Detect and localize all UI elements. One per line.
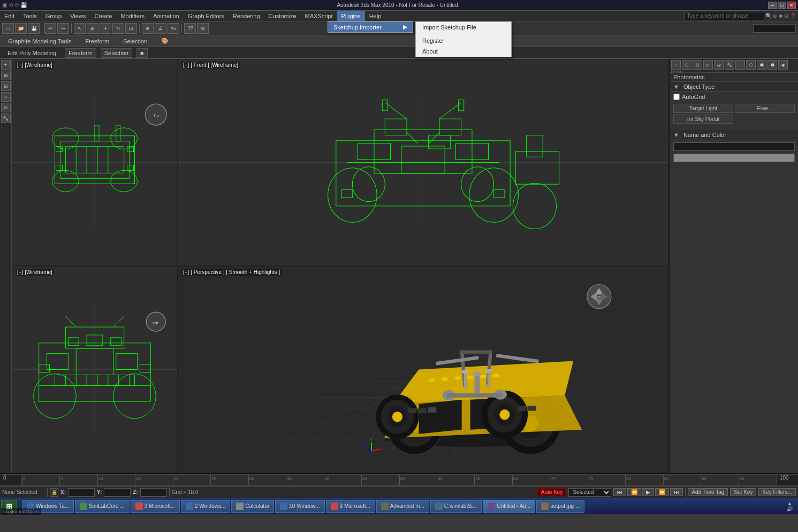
menu-tools[interactable]: Tools [19, 11, 41, 21]
add-time-tag-btn[interactable]: Add Time Tag [688, 488, 728, 496]
prev-key-btn[interactable]: ⏮ [613, 488, 626, 496]
save-button[interactable]: 💾 [28, 23, 40, 34]
key-mode-select[interactable]: Selected [568, 488, 611, 497]
paint-section[interactable]: ■ [136, 48, 148, 58]
play-btn[interactable]: ▶ [642, 488, 654, 496]
utilities-panel-btn[interactable]: 🔧 [725, 60, 734, 70]
y-input[interactable] [104, 488, 131, 497]
taskbar-item-csimlab[interactable]: C:\simlab\Si... [430, 500, 482, 513]
taskbar-item-untitled[interactable]: Untitled - Au... [483, 500, 535, 513]
freeform-tab[interactable]: Freeform [79, 36, 115, 46]
subobj-1-btn[interactable]: ⬛ [735, 60, 745, 70]
render-setup[interactable]: ⚙ [197, 23, 209, 34]
key-filters-btn[interactable]: Key Filters... [758, 488, 796, 496]
free-light-btn[interactable]: Free... [735, 104, 795, 113]
motion-tool[interactable]: ▷ [1, 92, 11, 102]
motion-panel-btn[interactable]: ▷ [703, 60, 713, 70]
create-tool[interactable]: + [1, 60, 11, 70]
menu-customize[interactable]: Customize [264, 11, 301, 21]
object-type-toggle[interactable]: ▼ [673, 83, 679, 90]
viewport-bottom-left[interactable]: [+] [Wireframe] [12, 266, 178, 473]
color-swatch[interactable] [673, 154, 795, 162]
rotate-button[interactable]: ↻ [112, 23, 124, 34]
mr-sky-portal-btn[interactable]: mr Sky Portal [673, 115, 733, 124]
taskbar-item-outputjpg[interactable]: output.jpg ... [536, 500, 584, 513]
timeline-track[interactable]: 0510152025303540455055606570758085909510… [21, 475, 777, 485]
move-button[interactable]: ✛ [100, 23, 111, 34]
subobj-5-btn[interactable]: ◉ [778, 60, 788, 70]
menu-modifiers[interactable]: Modifiers [116, 11, 149, 21]
auto-key-btn[interactable]: Auto Key [537, 488, 567, 496]
next-key-btn[interactable]: ⏭ [670, 488, 683, 496]
window-controls[interactable]: ─ □ ✕ [768, 2, 796, 9]
graphite-tab[interactable]: Graphite Modeling Tools [2, 36, 77, 46]
undo-button[interactable]: ↩ [44, 23, 56, 34]
open-button[interactable]: 📂 [15, 23, 27, 34]
menu-plugins[interactable]: Plugins [337, 11, 365, 21]
subobj-4-btn[interactable]: ⬣ [767, 60, 777, 70]
modify-tool[interactable]: ⊞ [1, 71, 11, 80]
named-selection-input[interactable] [753, 24, 796, 33]
menu-edit[interactable]: Edit [0, 11, 19, 21]
utilities-tool[interactable]: 🔧 [1, 113, 11, 123]
lock-icon[interactable]: 🔒 [50, 488, 58, 497]
select-region-button[interactable]: ⊞ [87, 23, 98, 34]
set-key-btn[interactable]: Set Key [730, 488, 756, 496]
import-sketchup-item[interactable]: Import Sketchup File [416, 22, 511, 33]
taskbar-item-simlabcore[interactable]: SimLabCore ... [75, 500, 130, 513]
menu-rendering[interactable]: Rendering [229, 11, 264, 21]
maximize-button[interactable]: □ [778, 2, 786, 9]
x-input[interactable] [68, 488, 95, 497]
viewport-top-right[interactable]: [+] [ Front ] [Wireframe] [178, 59, 668, 266]
taskbar-item-calculator[interactable]: Calculator [231, 500, 274, 513]
viewport-perspective[interactable]: [+] [ Perspective ] [ Smooth + Highlight… [178, 266, 668, 473]
hierarchy-panel-btn[interactable]: ⊟ [693, 60, 702, 70]
about-item[interactable]: About [416, 46, 511, 57]
redo-button[interactable]: ↪ [57, 23, 69, 34]
modify-panel-btn[interactable]: ⊞ [682, 60, 691, 70]
create-panel-btn[interactable]: + [671, 60, 681, 70]
target-light-btn[interactable]: Target Light [673, 104, 733, 113]
selection-section[interactable]: Selection [101, 48, 132, 58]
register-item[interactable]: Register [416, 35, 511, 46]
scale-button[interactable]: ⊡ [125, 23, 137, 34]
taskbar-item-windows-2[interactable]: 2 Windows... [181, 500, 230, 513]
menu-maxscript[interactable]: MAXScript [301, 11, 337, 21]
menu-graph-editors[interactable]: Graph Editors [184, 11, 229, 21]
subobj-3-btn[interactable]: ⬢ [757, 60, 766, 70]
menu-animation[interactable]: Animation [149, 11, 184, 21]
render-button[interactable]: 🎬 [184, 23, 196, 34]
hierarchy-tool[interactable]: ⊟ [1, 81, 11, 91]
minimize-button[interactable]: ─ [768, 2, 777, 9]
z-input[interactable] [140, 488, 167, 497]
autogrid-checkbox[interactable] [673, 94, 680, 100]
object-name-input[interactable] [673, 142, 795, 151]
selection-tab[interactable]: Selection [117, 36, 153, 46]
display-tool[interactable]: ⊙ [1, 103, 11, 112]
menu-help[interactable]: Help [365, 11, 386, 21]
select-button[interactable]: ↖ [74, 23, 86, 34]
menu-views[interactable]: Views [66, 11, 90, 21]
display-panel-btn[interactable]: ◎ [714, 60, 724, 70]
name-color-header[interactable]: ▼ Name and Color [670, 130, 798, 140]
prev-frame-btn[interactable]: ⏪ [627, 488, 641, 496]
snap-toggle[interactable]: ⊕ [142, 23, 154, 34]
freeform-section[interactable]: Freeform [65, 48, 96, 58]
object-paint-tab[interactable]: 🎨 [155, 36, 174, 46]
percent-snap[interactable]: % [168, 23, 179, 34]
taskbar-item-advanced[interactable]: Advanced In... [376, 500, 429, 513]
name-color-toggle[interactable]: ▼ [673, 132, 679, 138]
menu-group[interactable]: Group [41, 11, 66, 21]
object-type-header[interactable]: ▼ Object Type [670, 82, 798, 92]
menu-create[interactable]: Create [90, 11, 116, 21]
taskbar-item-microsoft-1[interactable]: 3 Microsoft... [131, 500, 180, 513]
viewport-top-left[interactable]: [+] [Wireframe] [12, 59, 178, 266]
taskbar-item-windows-3[interactable]: 10 Window... [275, 500, 324, 513]
next-frame-btn[interactable]: ⏩ [655, 488, 669, 496]
subobj-2-btn[interactable]: ⬡ [746, 60, 756, 70]
taskbar-item-microsoft-2[interactable]: 3 Microsoft... [326, 500, 375, 513]
angle-snap[interactable]: ∠ [155, 23, 166, 34]
search-input[interactable] [684, 12, 764, 20]
new-button[interactable]: □ [2, 23, 14, 34]
close-button[interactable]: ✕ [787, 2, 796, 9]
